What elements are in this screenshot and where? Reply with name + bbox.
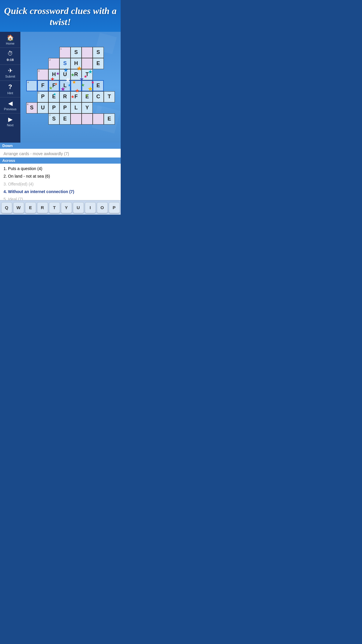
sidebar-item-previous[interactable]: ◀ Previous — [0, 97, 20, 113]
sidebar-hint-label: Hint — [7, 91, 13, 95]
down-clue[interactable]: Arrange cards - move awkwardly (7) — [0, 150, 121, 158]
grid-cell[interactable]: E — [93, 58, 104, 69]
across-clue-1[interactable]: 1. Puts a question (4) — [0, 165, 121, 172]
cell-empty — [26, 58, 37, 69]
grid-cell[interactable]: E — [82, 91, 93, 102]
grid-cell[interactable] — [82, 113, 93, 125]
key-p[interactable]: P — [109, 202, 120, 213]
cell-empty — [48, 47, 59, 58]
across-header: Across — [0, 158, 121, 164]
header-title: Quick crossword clues with a twist! — [3, 5, 118, 28]
sidebar-item-timer: ⏱ 0:18 — [0, 48, 20, 65]
grid-row-6: 6S U P P L Y — [26, 102, 115, 113]
grid-cell[interactable]: E — [104, 113, 115, 125]
grid-cell[interactable] — [71, 80, 82, 91]
grid-cell[interactable]: 6S — [26, 102, 37, 113]
cell-empty — [26, 91, 37, 102]
grid-cell[interactable]: T — [82, 69, 93, 80]
grid-cell[interactable]: Y — [82, 102, 93, 113]
next-icon: ▶ — [8, 116, 13, 123]
grid-cell[interactable]: S — [93, 47, 104, 58]
grid-cell[interactable]: S — [59, 58, 71, 69]
timer-icon: ⏱ — [7, 50, 13, 57]
grid-cell[interactable]: U — [59, 69, 71, 80]
submit-icon: ✈ — [8, 67, 13, 74]
grid-row-2: 2 S H E — [26, 58, 115, 69]
cell-empty — [37, 58, 48, 69]
grid-row-1: 1 S S — [26, 47, 115, 58]
sidebar-submit-label: Submit — [5, 75, 15, 78]
grid-cell[interactable]: R — [59, 91, 71, 102]
key-e[interactable]: E — [25, 202, 36, 213]
grid-cell[interactable]: E — [93, 80, 104, 91]
grid-cell[interactable]: T — [104, 91, 115, 102]
sidebar-item-hint[interactable]: ? Hint — [0, 81, 20, 97]
grid-row-7: 7S E E — [26, 113, 115, 125]
home-icon: 🏠 — [7, 34, 14, 41]
crossword-grid: 1 S S 2 S H — [26, 47, 115, 125]
grid-cell[interactable]: 2 — [48, 58, 59, 69]
grid-cell[interactable]: 5P — [37, 91, 48, 102]
key-w[interactable]: W — [13, 202, 24, 213]
grid-cell[interactable]: P — [48, 102, 59, 113]
sidebar-item-home[interactable]: 🏠 Home — [0, 32, 20, 48]
grid-cell[interactable]: R — [71, 69, 82, 80]
across-clue-3[interactable]: 3. Offend(ed) (4) — [0, 180, 121, 188]
app-container: Quick crossword clues with a twist! 🏠 Ho… — [0, 0, 121, 215]
cell-empty — [26, 69, 37, 80]
key-q[interactable]: Q — [1, 202, 12, 213]
across-clue-4[interactable]: 4. Without an internet connection (7) — [0, 188, 121, 195]
grid-cell[interactable]: C — [93, 91, 104, 102]
grid-cell[interactable]: 7S — [48, 113, 59, 125]
grid-cell[interactable]: L — [59, 80, 71, 91]
down-header: Down — [0, 143, 121, 149]
previous-icon: ◀ — [8, 100, 13, 107]
grid-row-4: 4 F F L E — [26, 80, 115, 91]
grid-cell[interactable]: U — [37, 102, 48, 113]
sidebar-item-next[interactable]: ▶ Next — [0, 113, 20, 129]
grid-cell[interactable]: F — [37, 80, 48, 91]
grid-cell[interactable] — [82, 80, 93, 91]
cell-empty — [93, 69, 104, 80]
grid-cell[interactable]: 1 — [59, 47, 71, 58]
cell-empty — [93, 102, 104, 113]
cell-empty — [104, 102, 115, 113]
grid-cell[interactable]: F — [71, 91, 82, 102]
key-i[interactable]: I — [85, 202, 96, 213]
grid-row-5: 5P E R F E C T — [26, 91, 115, 102]
grid-cell[interactable]: E — [59, 113, 71, 125]
grid-cell[interactable] — [82, 58, 93, 69]
cell-empty — [26, 113, 37, 125]
grid-cell[interactable]: S — [71, 47, 82, 58]
key-y[interactable]: Y — [61, 202, 72, 213]
header: Quick crossword clues with a twist! — [0, 0, 121, 32]
sidebar-home-label: Home — [6, 42, 14, 45]
sidebar: 🏠 Home ⏱ 0:18 ✈ Submit ? Hint ◀ Previ — [0, 32, 20, 143]
key-u[interactable]: U — [73, 202, 84, 213]
grid-cell[interactable]: P — [59, 102, 71, 113]
key-o[interactable]: O — [97, 202, 108, 213]
grid-cell[interactable]: E — [48, 91, 59, 102]
puzzle-area: 1 S S 2 S H — [20, 32, 121, 143]
sidebar-item-submit[interactable]: ✈ Submit — [0, 65, 20, 81]
cell-empty — [26, 47, 37, 58]
timer-value: 0:18 — [7, 57, 14, 62]
across-clue-2[interactable]: 2. On land - not at sea (6) — [0, 172, 121, 180]
grid-cell[interactable] — [82, 47, 93, 58]
grid-cell[interactable]: L — [71, 102, 82, 113]
grid-row-3: 3 H U R T — [26, 69, 115, 80]
key-t[interactable]: T — [49, 202, 60, 213]
sidebar-previous-label: Previous — [4, 107, 17, 111]
key-r[interactable]: R — [37, 202, 48, 213]
grid-cell[interactable] — [71, 113, 82, 125]
grid-cell[interactable]: H — [48, 69, 59, 80]
grid-cell[interactable]: H — [71, 58, 82, 69]
cell-empty — [37, 47, 48, 58]
hint-icon: ? — [8, 83, 12, 91]
keyboard: Q W E R T Y U I O P — [0, 200, 121, 215]
grid-cell[interactable]: F — [48, 80, 59, 91]
grid-cell[interactable] — [93, 113, 104, 125]
grid-cell[interactable]: 4 — [26, 80, 37, 91]
grid-cell[interactable]: 3 — [37, 69, 48, 80]
sidebar-next-label: Next — [7, 123, 14, 127]
